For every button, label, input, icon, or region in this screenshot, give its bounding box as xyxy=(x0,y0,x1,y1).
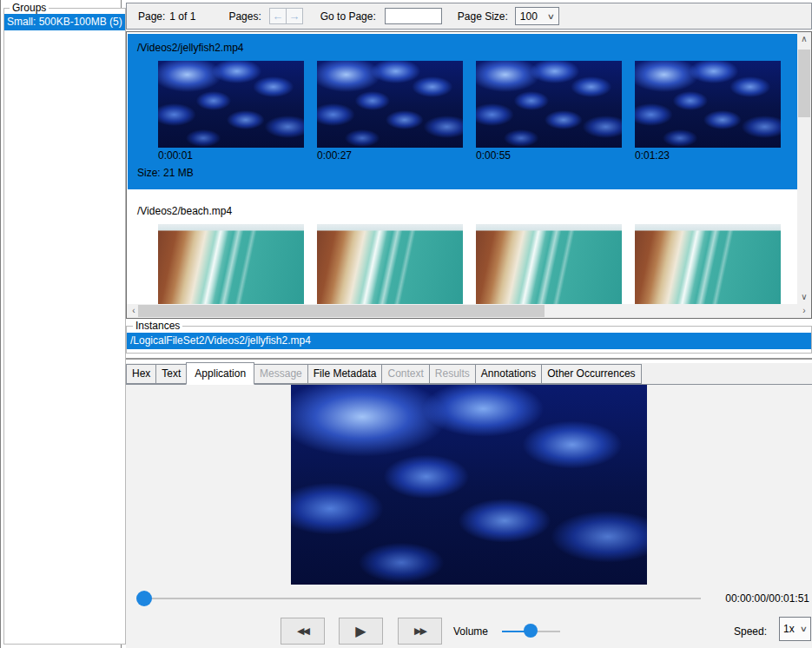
rewind-button[interactable]: ◀◀ xyxy=(281,618,325,645)
thumbnail-cell: 0:00:27 xyxy=(317,61,463,162)
tab-text[interactable]: Text xyxy=(155,364,187,384)
instance-item-jellyfish2[interactable]: /LogicalFileSet2/Videos2/jellyfish2.mp4 xyxy=(127,333,811,349)
vertical-scrollbar[interactable]: ∧ ∨ xyxy=(797,32,811,304)
video-filename: /Videos2/beach.mp4 xyxy=(128,193,798,217)
scroll-down-button[interactable]: ∨ xyxy=(797,290,811,304)
instances-panel: Instances /LogicalFileSet2/Videos2/jelly… xyxy=(126,320,812,354)
page-nav-buttons: ← → xyxy=(269,8,303,24)
progress-slider-track[interactable] xyxy=(143,598,701,599)
content-viewer-tabs: Hex Text Application Message File Metada… xyxy=(126,363,812,385)
speed-label: Speed: xyxy=(734,625,767,638)
video-row-beach[interactable]: /Videos2/beach.mp4 xyxy=(128,193,798,318)
goto-page-input[interactable] xyxy=(385,8,442,24)
thumbnail-strip: 0:00:01 0:00:27 0:00:55 0:01:23 xyxy=(158,61,798,162)
page-value: 1 of 1 xyxy=(169,10,195,23)
volume-label: Volume xyxy=(453,625,488,638)
playback-time-label: 00:00:00/00:01:51 xyxy=(699,592,809,605)
video-thumbnail-browser: /Videos2/jellyfish2.mp4 0:00:01 0:00:27 … xyxy=(126,31,812,319)
horizontal-splitter[interactable] xyxy=(126,358,812,360)
scroll-up-button[interactable]: ∧ xyxy=(797,32,811,46)
vertical-scrollbar-thumb[interactable] xyxy=(798,50,810,117)
chevron-down-icon: ∨ xyxy=(547,12,555,21)
previous-page-button[interactable]: ← xyxy=(269,8,287,24)
horizontal-scrollbar[interactable]: ‹ › xyxy=(127,304,811,318)
thumbnail-cell xyxy=(476,224,622,311)
scroll-down-icon: ∨ xyxy=(801,293,807,301)
tab-annotations[interactable]: Annotations xyxy=(475,364,542,384)
frame-timestamp: 0:00:27 xyxy=(317,149,463,162)
paging-toolbar: Page: 1 of 1 Pages: ← → Go to Page: Page… xyxy=(126,3,812,30)
thumbnail-cell: 0:00:55 xyxy=(476,61,622,162)
tab-file-metadata[interactable]: File Metadata xyxy=(307,364,383,384)
frame-timestamp: 0:01:23 xyxy=(635,149,781,162)
tab-hex[interactable]: Hex xyxy=(126,364,156,384)
fast-forward-button[interactable]: ▶▶ xyxy=(398,618,442,645)
pages-label: Pages: xyxy=(228,10,261,23)
speed-dropdown[interactable]: 1x ∨ xyxy=(779,617,811,641)
jellyfish-frame-thumbnail[interactable] xyxy=(476,61,622,148)
group-item-small[interactable]: Small: 500KB-100MB (5) xyxy=(4,14,125,30)
jellyfish-frame-thumbnail[interactable] xyxy=(317,61,463,148)
instances-title: Instances xyxy=(133,320,182,332)
tab-results: Results xyxy=(429,364,476,384)
scroll-right-icon: › xyxy=(802,307,805,315)
arrow-left-icon: ← xyxy=(272,10,283,22)
play-button[interactable]: ▶ xyxy=(339,618,383,645)
thumbnail-cell: 0:01:23 xyxy=(635,61,781,162)
page-label: Page: xyxy=(138,10,165,23)
play-icon: ▶ xyxy=(355,623,366,639)
volume-slider-thumb[interactable] xyxy=(524,624,538,638)
groups-fieldset: Groups Small: 500KB-100MB (5) xyxy=(3,2,126,645)
tab-other-occurrences[interactable]: Other Occurrences xyxy=(541,364,641,384)
page-size-value: 100 xyxy=(520,10,538,23)
file-size-label: Size: 21 MB xyxy=(137,167,798,179)
scroll-left-icon: ‹ xyxy=(132,307,135,315)
thumbnail-cell xyxy=(317,224,463,311)
video-row-jellyfish2[interactable]: /Videos2/jellyfish2.mp4 0:00:01 0:00:27 … xyxy=(128,34,798,189)
scroll-right-button[interactable]: › xyxy=(797,304,811,318)
horizontal-scrollbar-thumb[interactable] xyxy=(138,305,545,317)
fast-forward-icon: ▶▶ xyxy=(414,625,426,637)
page-size-label: Page Size: xyxy=(458,10,508,23)
jellyfish-frame-thumbnail[interactable] xyxy=(635,61,781,148)
next-page-button[interactable]: → xyxy=(286,8,303,24)
goto-page-label: Go to Page: xyxy=(320,10,376,23)
groups-sidebar: Groups Small: 500KB-100MB (5) xyxy=(0,0,122,648)
beach-frame-thumbnail[interactable] xyxy=(476,224,622,311)
beach-frame-thumbnail[interactable] xyxy=(158,224,304,311)
rewind-icon: ◀◀ xyxy=(297,625,308,637)
thumbnail-cell xyxy=(635,224,781,311)
thumbnail-cell: 0:00:01 xyxy=(158,61,304,162)
frame-timestamp: 0:00:55 xyxy=(476,149,622,162)
progress-slider-thumb[interactable] xyxy=(136,591,152,606)
tab-application[interactable]: Application xyxy=(186,362,254,385)
thumbnail-cell xyxy=(158,224,304,311)
beach-frame-thumbnail[interactable] xyxy=(635,224,781,311)
tab-context: Context xyxy=(381,364,429,384)
beach-frame-thumbnail[interactable] xyxy=(317,224,463,311)
tab-message: Message xyxy=(254,364,308,384)
thumbnail-strip xyxy=(158,224,798,311)
arrow-right-icon: → xyxy=(288,10,300,22)
frame-timestamp: 0:00:01 xyxy=(158,149,304,162)
media-player-pane: 00:00:00/00:01:51 ◀◀ ▶ ▶▶ Volume Speed: … xyxy=(126,385,812,648)
jellyfish-frame-thumbnail[interactable] xyxy=(158,61,304,148)
video-filename: /Videos2/jellyfish2.mp4 xyxy=(128,34,798,54)
scroll-up-icon: ∧ xyxy=(801,35,807,43)
groups-title: Groups xyxy=(10,2,49,14)
chevron-down-icon: ∨ xyxy=(800,625,808,633)
speed-value: 1x xyxy=(783,623,795,635)
page-size-dropdown[interactable]: 100 ∨ xyxy=(515,7,559,25)
image-gallery-window: Groups Small: 500KB-100MB (5) Page: 1 of… xyxy=(0,0,812,648)
video-display[interactable] xyxy=(291,385,647,585)
